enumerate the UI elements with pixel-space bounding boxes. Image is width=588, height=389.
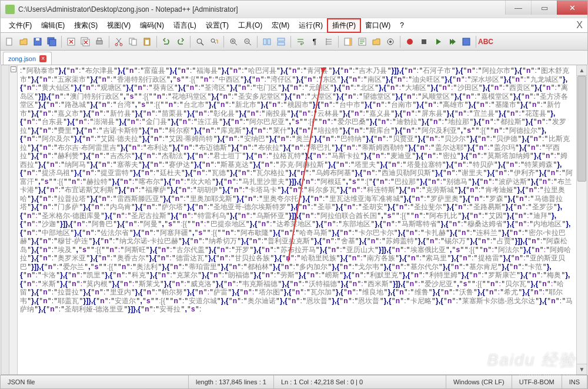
toolbar-separator [290,36,291,48]
new-file-button[interactable] [3,35,16,48]
zoom-in-button[interactable] [227,35,240,48]
menu-窗口[interactable]: 窗口(W) [360,19,395,32]
monitoring-button[interactable] [384,35,397,48]
copy-button[interactable] [126,35,139,48]
svg-rect-21 [268,39,270,45]
undo-button[interactable] [160,35,173,48]
open-file-button[interactable] [17,35,30,48]
stop-macro-button[interactable] [417,35,430,48]
menu-插件[interactable]: 插件(P) [328,19,360,32]
status-encoding[interactable]: UTF-8-BOM [512,375,562,388]
menu-设置[interactable]: 设置(T) [201,19,233,32]
svg-rect-8 [96,41,102,44]
paste-button[interactable] [141,35,153,48]
menu-bar: 文件(F)编辑(E)搜索(S)视图(V)编码(N)语言(L)设置(T)工具(O)… [0,18,588,33]
menu-视图[interactable]: 视图(V) [102,19,135,32]
status-position: Ln : 1 Col : 42,218 Sel : 0 | 0 [274,375,446,388]
menu-宏[interactable]: 宏(M) [267,19,294,32]
close-button[interactable]: ✕ [557,1,587,15]
spellcheck-button[interactable]: ABC [479,35,492,48]
scroll-up-button[interactable]: ▲ [577,65,587,76]
cut-button[interactable] [112,35,125,48]
find-button[interactable] [193,35,206,48]
svg-rect-9 [98,38,101,41]
maximize-button[interactable]: ▭ [531,1,557,15]
show-all-chars-button[interactable]: ¶ [308,35,321,48]
doc-map-button[interactable] [342,35,355,48]
toolbar: ¶ ABC [0,33,588,51]
editor-content[interactable]: :"阿勒泰市"},{"n":"布尔津县"},{"n":"富蕴县"},{"n":"… [18,65,576,374]
menu-工具[interactable]: 工具(O) [233,19,267,32]
replace-button[interactable] [208,35,220,48]
fold-gutter: − [9,65,18,374]
folder-workspace-button[interactable] [370,35,383,48]
indent-guide-button[interactable] [322,35,335,48]
sync-vscroll-button[interactable] [260,35,273,48]
status-length: length : 137,845 lines : 1 [189,375,274,388]
print-button[interactable] [93,35,106,48]
status-insert-mode[interactable]: INS [562,375,587,388]
svg-rect-31 [463,38,470,45]
tab-close-icon[interactable]: × [39,55,46,62]
menu-编码[interactable]: 编码(N) [135,19,169,32]
menu-语言[interactable]: 语言(L) [169,19,201,32]
toolbar-separator [190,36,191,48]
line-number-gutter [1,65,9,374]
redo-button[interactable] [174,35,187,48]
record-macro-button[interactable] [403,35,416,48]
menu-?[interactable]: ? [395,19,409,31]
close-all-button[interactable] [79,35,92,48]
toolbar-separator [156,36,157,48]
status-eol[interactable]: Windows (CR LF) [446,375,512,388]
editor: − :"阿勒泰市"},{"n":"布尔津县"},{"n":"富蕴县"},{"n"… [1,65,587,375]
minimize-button[interactable]: — [505,1,531,15]
save-button[interactable] [31,35,44,48]
menu-文件[interactable]: 文件(F) [4,19,36,32]
scroll-down-button[interactable]: ▼ [577,364,587,374]
svg-point-29 [407,39,413,45]
svg-rect-20 [263,39,266,45]
toolbar-separator [223,36,224,48]
svg-rect-4 [49,39,56,46]
app-icon [5,5,15,14]
window-titlebar: C:\Users\Administrator\Desktop\zong.json… [0,0,588,18]
svg-rect-25 [349,38,352,45]
menu-close-icon[interactable]: X [576,20,583,31]
save-all-button[interactable] [45,35,58,48]
fold-toggle[interactable]: − [11,66,16,72]
vertical-scrollbar[interactable]: ▲ ▼ [576,65,587,374]
svg-rect-15 [145,40,149,45]
toolbar-separator [61,36,62,48]
tab-zong-json[interactable]: zong.json × [3,52,52,65]
svg-rect-23 [278,42,285,45]
tab-bar: zong.json × [0,51,588,65]
save-macro-button[interactable] [460,35,473,48]
svg-rect-22 [278,38,285,41]
toolbar-separator [109,36,109,48]
scroll-thumb[interactable] [577,76,586,182]
play-multi-macro-button[interactable] [446,35,459,48]
svg-rect-0 [6,38,12,45]
menu-编辑[interactable]: 编辑(E) [36,19,69,32]
svg-point-28 [389,41,392,43]
close-file-button[interactable] [65,35,78,48]
toolbar-separator [400,36,400,48]
status-filetype: JSON file [1,375,189,388]
svg-rect-2 [36,38,39,41]
sync-hscroll-button[interactable] [275,35,288,48]
toolbar-separator [476,36,476,48]
window-title: C:\Users\Administrator\Desktop\zong.json… [18,5,583,14]
play-macro-button[interactable] [432,35,445,48]
toolbar-separator [257,36,258,48]
word-wrap-button[interactable] [294,35,307,48]
function-list-button[interactable] [356,35,369,48]
zoom-out-button[interactable] [241,35,254,48]
window-controls: — ▭ ✕ [505,1,587,15]
menu-搜索[interactable]: 搜索(S) [69,19,102,32]
menu-运行[interactable]: 运行(R) [294,19,328,32]
watermark-url: jingyan.baidu.com [519,371,576,377]
svg-point-16 [197,39,202,43]
status-bar: JSON file length : 137,845 lines : 1 Ln … [0,375,588,389]
svg-rect-13 [132,39,136,45]
tab-label: zong.json [8,55,36,62]
